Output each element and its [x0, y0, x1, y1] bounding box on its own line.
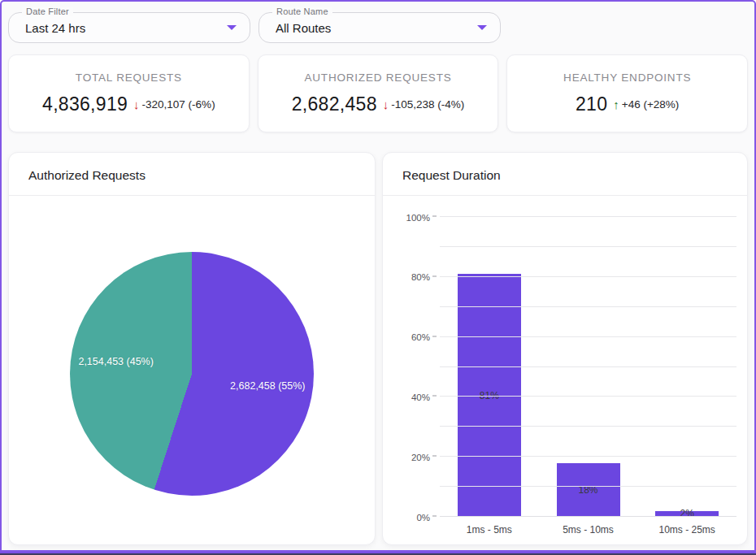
- charts-row: Authorized Requests 2,682,458 (55%)2,154…: [8, 152, 748, 545]
- filters-row: Date Filter Last 24 hrs Route Name All R…: [8, 12, 748, 43]
- gridline: [440, 276, 736, 277]
- gridline: [440, 306, 736, 307]
- y-axis-label: 40%: [411, 392, 430, 402]
- stat-value: 210: [576, 93, 607, 115]
- route-name-select[interactable]: Route Name All Routes: [259, 12, 501, 43]
- gridline: [440, 216, 736, 217]
- stats-row: TOTAL REQUESTS 4,836,919 ↓ -320,107 (-6%…: [8, 54, 748, 132]
- page-bottom-border: [0, 552, 756, 555]
- route-name-value: All Routes: [276, 21, 477, 35]
- stat-label: AUTHORIZED REQUESTS: [305, 72, 452, 84]
- y-axis-tick: [432, 396, 437, 397]
- bar-chart-area: 81%18%2% 1ms - 5ms5ms - 10ms10ms - 25ms …: [383, 196, 747, 544]
- date-filter-select[interactable]: Date Filter Last 24 hrs: [8, 12, 250, 43]
- bar-chart-title: Request Duration: [383, 153, 747, 195]
- stat-label: HEALTHY ENDPOINTS: [563, 72, 691, 84]
- y-axis-label: 80%: [411, 272, 430, 282]
- date-filter-value: Last 24 hrs: [25, 21, 227, 35]
- bar-slot: 2%: [637, 217, 736, 517]
- x-axis-label: 5ms - 10ms: [539, 524, 638, 535]
- gridline: [440, 456, 736, 457]
- pie-slice-label: 2,682,458 (55%): [230, 380, 305, 392]
- x-axis-labels: 1ms - 5ms5ms - 10ms10ms - 25ms: [440, 524, 736, 535]
- gridline: [440, 486, 736, 487]
- stat-value: 2,682,458: [292, 93, 377, 115]
- arrow-up-icon: ↑: [613, 98, 619, 111]
- y-axis-label: 0%: [416, 513, 430, 522]
- x-axis-label: 10ms - 25ms: [637, 524, 736, 535]
- stat-value-row: 210 ↑ +46 (+28%): [576, 93, 679, 115]
- arrow-down-icon: ↓: [133, 98, 140, 111]
- stat-delta-text: -105,238 (-4%): [391, 98, 464, 111]
- dashboard-page: Date Filter Last 24 hrs Route Name All R…: [0, 0, 756, 552]
- y-axis-tick: [432, 216, 437, 217]
- bar-slot: 81%: [440, 217, 539, 517]
- stat-value-row: 4,836,919 ↓ -320,107 (-6%): [42, 93, 215, 115]
- stat-value-row: 2,682,458 ↓ -105,238 (-4%): [292, 93, 465, 115]
- stat-card-total-requests: TOTAL REQUESTS 4,836,919 ↓ -320,107 (-6%…: [8, 54, 250, 132]
- y-axis-label: 60%: [411, 332, 430, 342]
- x-axis-label: 1ms - 5ms: [440, 524, 539, 535]
- y-axis-tick: [432, 336, 437, 336]
- gridline: [440, 516, 736, 517]
- stat-delta-text: +46 (+28%): [622, 98, 680, 111]
- stat-card-healthy-endpoints: HEALTHY ENDPOINTS 210 ↑ +46 (+28%): [506, 54, 748, 132]
- y-axis-label: 100%: [406, 213, 430, 223]
- chevron-down-icon: [477, 25, 487, 30]
- request-duration-card: Request Duration 81%18%2% 1ms - 5ms5ms -…: [382, 152, 748, 545]
- stat-label: TOTAL REQUESTS: [76, 72, 182, 84]
- y-axis-tick: [432, 275, 437, 276]
- stat-value: 4,836,919: [42, 93, 128, 115]
- chevron-down-icon: [227, 25, 237, 30]
- arrow-down-icon: ↓: [383, 98, 389, 111]
- y-axis-label: 20%: [411, 453, 430, 462]
- bar-plot: 81%18%2% 1ms - 5ms5ms - 10ms10ms - 25ms …: [440, 217, 736, 517]
- stat-delta-text: -320,107 (-6%): [142, 98, 215, 111]
- y-axis-tick: [432, 516, 437, 517]
- route-name-label: Route Name: [272, 7, 332, 16]
- authorized-requests-card: Authorized Requests 2,682,458 (55%)2,154…: [8, 152, 376, 545]
- bar-5ms - 10ms[interactable]: [557, 463, 620, 517]
- gridline: [440, 336, 736, 337]
- pie-chart-title: Authorized Requests: [9, 153, 375, 195]
- gridline: [440, 426, 736, 427]
- stat-delta: ↑ +46 (+28%): [613, 98, 679, 111]
- y-axis-tick: [432, 456, 437, 457]
- bar-slots: 81%18%2%: [440, 217, 736, 517]
- pie-slice-label: 2,154,453 (45%): [78, 356, 153, 367]
- date-filter-label: Date Filter: [22, 7, 73, 16]
- pie-chart-area: 2,682,458 (55%)2,154,453 (45%): [9, 196, 375, 544]
- gridline: [440, 246, 736, 247]
- gridline: [440, 366, 736, 367]
- gridline: [440, 396, 736, 397]
- pie-chart[interactable]: 2,682,458 (55%)2,154,453 (45%): [70, 252, 314, 496]
- bar-slot: 18%: [539, 217, 638, 517]
- stat-delta: ↓ -105,238 (-4%): [383, 98, 465, 111]
- stat-delta: ↓ -320,107 (-6%): [133, 98, 215, 111]
- stat-card-authorized-requests: AUTHORIZED REQUESTS 2,682,458 ↓ -105,238…: [258, 54, 499, 132]
